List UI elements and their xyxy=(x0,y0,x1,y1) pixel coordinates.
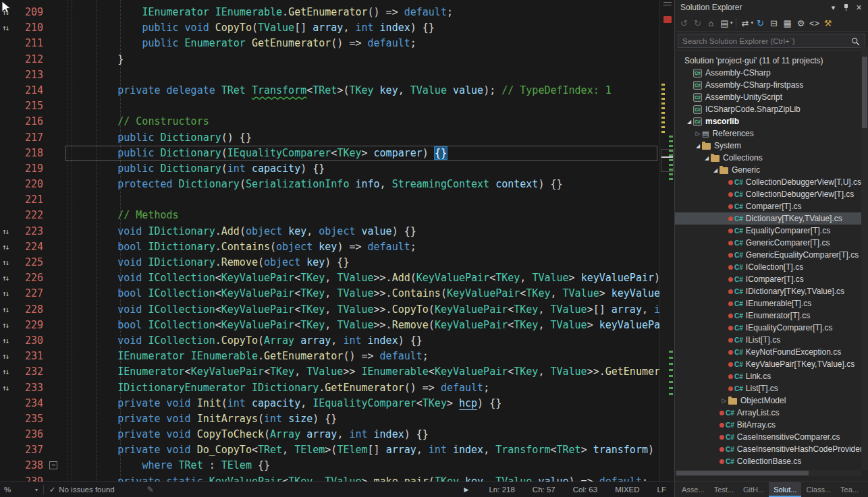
code-line-239[interactable]: 239 private static KeyValuePair<TKey, TV… xyxy=(0,474,659,481)
tree-item-assembly-csharp[interactable]: C#Assembly-CSharp xyxy=(675,67,861,79)
show-all-files-icon[interactable]: ▦ xyxy=(781,17,794,30)
code-line-229[interactable]: ↑↓229 bool ICollection<KeyValuePair<TKey… xyxy=(0,318,659,333)
tree-item-icollection-t-cs[interactable]: C#ICollection[T].cs xyxy=(675,261,861,273)
interface-impl-icon[interactable]: ↑↓ xyxy=(0,286,18,301)
code-line-215[interactable]: 215 xyxy=(0,98,659,114)
fold-collapse-icon[interactable]: − xyxy=(49,461,57,469)
tree-item-keynotfoundexception-cs[interactable]: C#KeyNotFoundException.cs xyxy=(675,346,861,358)
tree-item-icsharpcode-sharpziplib[interactable]: C#ICSharpCode.SharpZipLib xyxy=(675,103,861,115)
code-editor[interactable]: ↑↓209 IEnumerator IEnumerable.GetEnumera… xyxy=(0,0,674,481)
code-line-222[interactable]: 222 // Methods xyxy=(0,208,659,223)
refresh-icon[interactable]: ↻ xyxy=(754,17,767,30)
tree-item-system[interactable]: ◢System xyxy=(675,140,861,152)
tree-item-bitarray-cs[interactable]: C#BitArray.cs xyxy=(675,419,861,431)
interface-impl-icon[interactable]: ↑↓ xyxy=(0,349,18,364)
tree-item-assembly-unityscript[interactable]: C#Assembly-UnityScript xyxy=(675,91,861,103)
collapse-arrow-icon[interactable]: ◢ xyxy=(703,155,711,161)
code-line-212[interactable]: 212 } xyxy=(0,52,659,67)
tree-item-collectiondebuggerview-t-cs[interactable]: C#CollectionDebuggerView[T].cs xyxy=(675,188,861,200)
code-line-220[interactable]: 220 protected Dictionary(SerializationIn… xyxy=(0,177,659,192)
code-line-218[interactable]: 218 public Dictionary(IEqualityComparer<… xyxy=(0,146,659,161)
pencil-icon[interactable]: ✎ xyxy=(147,485,154,494)
tree-item-iequalitycomparer-t-cs[interactable]: C#IEqualityComparer[T].cs xyxy=(675,322,861,334)
tree-item-link-cs[interactable]: C#Link.cs xyxy=(675,370,861,382)
tree-item-solution-project-gui-11-of-11-projects[interactable]: Solution 'project-gui' (11 of 11 project… xyxy=(675,55,861,67)
line-indicator[interactable]: Ln: 218 xyxy=(489,486,514,494)
tool-tab-class[interactable]: Class... xyxy=(801,482,836,497)
viewport-indicator[interactable] xyxy=(661,149,674,172)
switch-views-icon[interactable]: ▤ xyxy=(718,17,731,30)
code-line-210[interactable]: ↑↓210 public void CopyTo(TValue[] array,… xyxy=(0,20,659,36)
tool-tab-test[interactable]: Test... xyxy=(709,482,738,497)
window-position-icon[interactable]: ▾ xyxy=(827,2,840,13)
tool-tab-gith[interactable]: GitH... xyxy=(738,482,769,497)
scrollbar-thumb[interactable] xyxy=(676,471,809,475)
code-line-217[interactable]: 217 public Dictionary() {} xyxy=(0,130,659,146)
tree-item-idictionary-tkey-tvalue-cs[interactable]: C#IDictionary[TKey,TValue].cs xyxy=(675,285,861,297)
tree-item-collectionbase-cs[interactable]: C#CollectionBase.cs xyxy=(675,455,861,467)
code-line-236[interactable]: 236 private void CopyToCheck(Array array… xyxy=(0,427,659,442)
tree-item-equalitycomparer-t-cs[interactable]: C#EqualityComparer[T].cs xyxy=(675,225,861,237)
code-line-224[interactable]: ↑↓224 bool IDictionary.Contains(object k… xyxy=(0,239,659,255)
tree-item-ienumerable-t-cs[interactable]: C#IEnumerable[T].cs xyxy=(675,297,861,310)
tree-item-caseinsensitivecomparer-cs[interactable]: C#CaseInsensitiveComparer.cs xyxy=(675,431,861,443)
tree-item-collectiondebuggerview-t-u-cs[interactable]: C#CollectionDebuggerView[T,U].cs xyxy=(675,176,861,188)
code-line-227[interactable]: ↑↓227 bool ICollection<KeyValuePair<TKey… xyxy=(0,286,659,301)
code-line-225[interactable]: ↑↓225 void IDictionary.Remove(object key… xyxy=(0,255,659,270)
preview-code-icon[interactable]: <> xyxy=(808,17,821,30)
interface-impl-icon[interactable]: ↑↓ xyxy=(0,333,18,349)
search-input[interactable] xyxy=(678,34,865,48)
interface-impl-icon[interactable]: ↑↓ xyxy=(0,270,18,286)
code-line-237[interactable]: 237 private void Do_CopyTo<TRet, TElem>(… xyxy=(0,442,659,458)
chevron-down-icon[interactable]: ▾ xyxy=(35,487,38,493)
home-icon[interactable]: ⌂ xyxy=(705,17,717,30)
tree-item-icomparer-t-cs[interactable]: C#IComparer[T].cs xyxy=(675,273,861,285)
code-line-234[interactable]: 234 private void Init(int capacity, IEqu… xyxy=(0,396,659,411)
expand-arrow-icon[interactable]: ▷ xyxy=(694,130,702,137)
pin-icon[interactable] xyxy=(840,2,852,13)
tool-tab-tea[interactable]: Tea... xyxy=(836,482,863,497)
properties-icon[interactable]: ⚙ xyxy=(794,17,807,30)
tree-item-mscorlib[interactable]: ◢C#mscorlib xyxy=(675,115,861,127)
panel-vertical-scrollbar[interactable] xyxy=(861,47,868,470)
tree-item-collections[interactable]: ◢Collections xyxy=(675,152,861,164)
tree-item-dictionary-tkey-tvalue-cs[interactable]: C#Dictionary[TKey,TValue].cs xyxy=(675,212,861,225)
code-line-238[interactable]: 238− where TRet : TElem {} xyxy=(0,458,659,473)
encoding-indicator[interactable]: MIXED xyxy=(615,486,639,494)
editor-scrollbar[interactable] xyxy=(659,0,674,481)
code-line-213[interactable]: 213 xyxy=(0,67,659,83)
interface-impl-icon[interactable]: ↑↓ xyxy=(0,20,18,36)
tree-item-ilist-t-cs[interactable]: C#IList[T].cs xyxy=(675,334,861,346)
code-line-221[interactable]: 221 xyxy=(0,192,659,208)
code-line-231[interactable]: ↑↓231 IEnumerator IEnumerable.GetEnumera… xyxy=(0,349,659,364)
eol-indicator[interactable]: LF xyxy=(657,486,666,494)
expand-arrow-icon[interactable]: ▷ xyxy=(720,397,728,404)
tree-item-assembly-csharp-firstpass[interactable]: C#Assembly-CSharp-firstpass xyxy=(675,79,861,91)
interface-impl-icon[interactable]: ↑↓ xyxy=(0,239,18,255)
tree-item-generic[interactable]: ◢Generic xyxy=(675,164,861,176)
tool-tab-asse[interactable]: Asse... xyxy=(677,482,709,497)
tree-item-ienumerator-t-cs[interactable]: C#IEnumerator[T].cs xyxy=(675,310,861,322)
tree-item-objectmodel[interactable]: ▷ObjectModel xyxy=(675,394,861,407)
interface-impl-icon[interactable]: ↑↓ xyxy=(0,364,18,380)
code-line-235[interactable]: 235 private void InitArrays(int size) {} xyxy=(0,411,659,427)
collapse-all-icon[interactable]: ⊟ xyxy=(767,17,780,30)
settings-wrench-icon[interactable]: ⚒ xyxy=(821,17,834,30)
search-icon[interactable] xyxy=(851,37,860,46)
tool-tab-solut[interactable]: Solut... xyxy=(769,482,801,497)
code-line-216[interactable]: 216 // Constructors xyxy=(0,114,659,129)
splitter-grip-icon[interactable] xyxy=(660,2,674,5)
expand-panel-icon[interactable]: ▶ xyxy=(464,486,469,493)
code-line-232[interactable]: ↑↓232 IEnumerator<KeyValuePair<TKey, TVa… xyxy=(0,364,659,380)
code-line-226[interactable]: ↑↓226 void ICollection<KeyValuePair<TKey… xyxy=(0,270,659,286)
code-line-228[interactable]: ↑↓228 void ICollection<KeyValuePair<TKey… xyxy=(0,302,659,318)
interface-impl-icon[interactable]: ↑↓ xyxy=(0,380,18,396)
nav-forward-icon[interactable]: ↻ xyxy=(691,17,704,30)
code-line-211[interactable]: 211 public Enumerator GetEnumerator() =>… xyxy=(0,36,659,51)
code-line-214[interactable]: 214 private delegate TRet Transform<TRet… xyxy=(0,83,659,98)
code-line-209[interactable]: ↑↓209 IEnumerator IEnumerable.GetEnumera… xyxy=(0,5,659,20)
code-line-230[interactable]: ↑↓230 void ICollection.CopyTo(Array arra… xyxy=(0,333,659,349)
code-line-219[interactable]: 219 public Dictionary(int capacity) {} xyxy=(0,161,659,177)
zoom-control[interactable]: % ▾ xyxy=(4,486,38,494)
panel-horizontal-scrollbar[interactable] xyxy=(675,470,861,476)
